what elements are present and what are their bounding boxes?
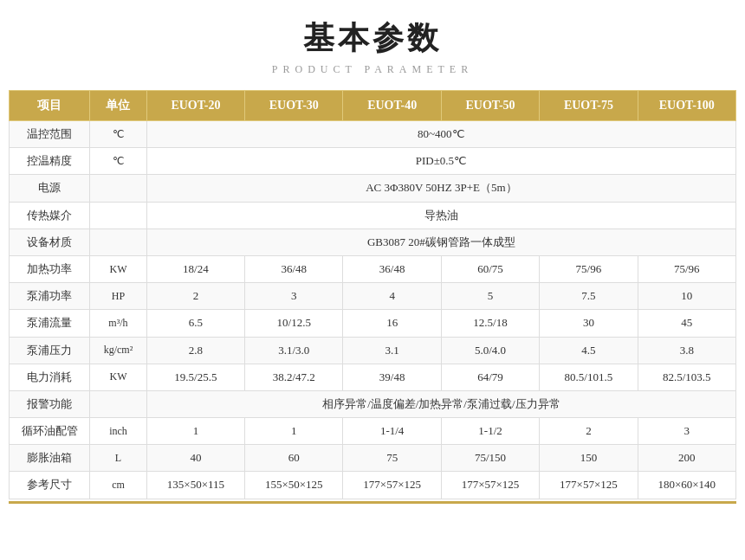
- table-header-cell-3: EUOT-30: [245, 91, 343, 121]
- table-row: 控温精度℃PID±0.5℃: [10, 148, 736, 175]
- row-label: 泵浦功率: [10, 283, 90, 310]
- row-cell-0: 2: [146, 283, 244, 310]
- row-cell-3: 5.0/4.0: [441, 337, 539, 364]
- row-unit: cm: [90, 472, 147, 499]
- parameter-table: 项目单位EUOT-20EUOT-30EUOT-40EUOT-50EUOT-75E…: [9, 90, 736, 499]
- table-row: 设备材质GB3087 20#碳钢管路一体成型: [10, 229, 736, 255]
- row-cell-4: 80.5/101.5: [540, 364, 638, 390]
- row-cell-0: 1: [146, 418, 244, 445]
- table-header-cell-1: 单位: [90, 91, 147, 121]
- row-cell-3: 75/150: [441, 445, 539, 472]
- row-unit: kg/cm²: [90, 337, 147, 364]
- row-cell-4: 7.5: [540, 283, 638, 310]
- row-label: 参考尺寸: [10, 472, 90, 499]
- row-unit: [90, 229, 147, 255]
- row-label: 加热功率: [10, 255, 90, 282]
- row-label: 电力消耗: [10, 364, 90, 390]
- table-row: 电源AC 3Φ380V 50HZ 3P+E（5m）: [10, 175, 736, 202]
- row-label: 膨胀油箱: [10, 445, 90, 472]
- table-row: 循环油配管inch111-1/41-1/223: [10, 418, 736, 445]
- row-cell-1: 3.1/3.0: [245, 337, 343, 364]
- row-cell-5: 10: [638, 283, 735, 310]
- row-unit: KW: [90, 255, 147, 282]
- table-row: 参考尺寸cm135×50×115155×50×125177×57×125177×…: [10, 472, 736, 499]
- row-span-value: GB3087 20#碳钢管路一体成型: [146, 229, 735, 255]
- table-row: 报警功能相序异常/温度偏差/加热异常/泵浦过载/压力异常: [10, 390, 736, 417]
- row-cell-2: 4: [343, 283, 441, 310]
- row-unit: HP: [90, 283, 147, 310]
- row-cell-0: 135×50×115: [146, 472, 244, 499]
- table-header-cell-6: EUOT-75: [540, 91, 638, 121]
- row-label: 循环油配管: [10, 418, 90, 445]
- row-cell-3: 60/75: [441, 255, 539, 282]
- table-row: 传热媒介导热油: [10, 202, 736, 229]
- row-cell-5: 82.5/103.5: [638, 364, 735, 390]
- row-cell-1: 60: [245, 445, 343, 472]
- row-span-value: 相序异常/温度偏差/加热异常/泵浦过载/压力异常: [146, 390, 735, 417]
- row-label: 控温精度: [10, 148, 90, 175]
- row-cell-1: 3: [245, 283, 343, 310]
- row-cell-4: 177×57×125: [540, 472, 638, 499]
- row-label: 设备材质: [10, 229, 90, 255]
- row-unit: KW: [90, 364, 147, 390]
- row-unit: ℃: [90, 121, 147, 148]
- row-cell-3: 177×57×125: [441, 472, 539, 499]
- row-span-value: 导热油: [146, 202, 735, 229]
- row-cell-0: 2.8: [146, 337, 244, 364]
- row-cell-1: 10/12.5: [245, 310, 343, 337]
- row-unit: m³/h: [90, 310, 147, 337]
- row-label: 报警功能: [10, 390, 90, 417]
- row-span-value: AC 3Φ380V 50HZ 3P+E（5m）: [146, 175, 735, 202]
- table-header-cell-7: EUOT-100: [638, 91, 735, 121]
- table-header-cell-4: EUOT-40: [343, 91, 441, 121]
- row-cell-5: 3: [638, 418, 735, 445]
- row-cell-0: 40: [146, 445, 244, 472]
- row-unit: inch: [90, 418, 147, 445]
- table-row: 电力消耗KW19.5/25.538.2/47.239/4864/7980.5/1…: [10, 364, 736, 390]
- table-row: 泵浦功率HP23457.510: [10, 283, 736, 310]
- row-cell-1: 36/48: [245, 255, 343, 282]
- row-cell-4: 4.5: [540, 337, 638, 364]
- row-cell-2: 177×57×125: [343, 472, 441, 499]
- row-cell-4: 150: [540, 445, 638, 472]
- row-label: 传热媒介: [10, 202, 90, 229]
- row-unit: L: [90, 445, 147, 472]
- row-cell-5: 45: [638, 310, 735, 337]
- table-row: 温控范围℃80~400℃: [10, 121, 736, 148]
- row-label: 电源: [10, 175, 90, 202]
- row-label: 温控范围: [10, 121, 90, 148]
- table-header-row: 项目单位EUOT-20EUOT-30EUOT-40EUOT-50EUOT-75E…: [10, 91, 736, 121]
- row-cell-4: 2: [540, 418, 638, 445]
- row-unit: ℃: [90, 148, 147, 175]
- row-cell-1: 155×50×125: [245, 472, 343, 499]
- row-unit: [90, 202, 147, 229]
- row-cell-4: 30: [540, 310, 638, 337]
- table-row: 膨胀油箱L40607575/150150200: [10, 445, 736, 472]
- row-cell-5: 3.8: [638, 337, 735, 364]
- row-cell-3: 5: [441, 283, 539, 310]
- row-cell-4: 75/96: [540, 255, 638, 282]
- row-cell-0: 19.5/25.5: [146, 364, 244, 390]
- row-cell-1: 1: [245, 418, 343, 445]
- row-cell-3: 64/79: [441, 364, 539, 390]
- row-unit: [90, 390, 147, 417]
- row-cell-2: 75: [343, 445, 441, 472]
- bottom-decoration: [9, 501, 736, 504]
- table-row: 加热功率KW18/2436/4836/4860/7575/9675/96: [10, 255, 736, 282]
- row-cell-2: 3.1: [343, 337, 441, 364]
- row-cell-2: 1-1/4: [343, 418, 441, 445]
- row-cell-5: 75/96: [638, 255, 735, 282]
- table-header-cell-0: 项目: [10, 91, 90, 121]
- row-cell-1: 38.2/47.2: [245, 364, 343, 390]
- row-cell-2: 39/48: [343, 364, 441, 390]
- row-label: 泵浦流量: [10, 310, 90, 337]
- table-row: 泵浦流量m³/h6.510/12.51612.5/183045: [10, 310, 736, 337]
- row-cell-3: 12.5/18: [441, 310, 539, 337]
- table-header-cell-2: EUOT-20: [146, 91, 244, 121]
- table-row: 泵浦压力kg/cm²2.83.1/3.03.15.0/4.04.53.8: [10, 337, 736, 364]
- row-unit: [90, 175, 147, 202]
- page-subtitle: PRODUCT PARAMETER: [272, 63, 473, 76]
- row-span-value: 80~400℃: [146, 121, 735, 148]
- row-cell-0: 18/24: [146, 255, 244, 282]
- table-body: 温控范围℃80~400℃控温精度℃PID±0.5℃电源AC 3Φ380V 50H…: [10, 121, 736, 499]
